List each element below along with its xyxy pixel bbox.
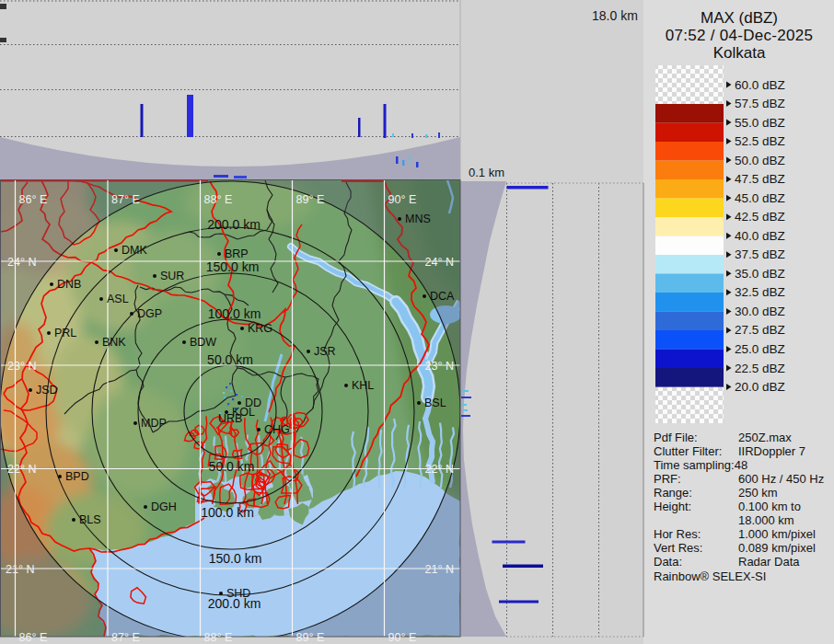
svg-text:21° N: 21° N <box>425 563 454 576</box>
svg-text:30.0 dBZ: 30.0 dBZ <box>735 305 785 318</box>
svg-text:IIRDoppler 7: IIRDoppler 7 <box>738 444 805 458</box>
svg-text:88° E: 88° E <box>204 193 233 206</box>
svg-text:100.0 km: 100.0 km <box>208 306 261 321</box>
svg-text:87° E: 87° E <box>111 631 140 644</box>
svg-text:BLS: BLS <box>79 513 101 526</box>
svg-text:0.100 km to: 0.100 km to <box>738 500 801 513</box>
svg-text:21° N: 21° N <box>6 563 34 576</box>
svg-text:CHG: CHG <box>264 423 290 436</box>
svg-text:Kolkata: Kolkata <box>713 44 766 62</box>
svg-text:60.0 dBZ: 60.0 dBZ <box>735 78 785 92</box>
svg-text:55.0 dBZ: 55.0 dBZ <box>735 116 785 130</box>
svg-text:Vert Res:: Vert Res: <box>654 541 702 555</box>
svg-text:57.5 dBZ: 57.5 dBZ <box>735 97 785 110</box>
svg-text:100.0 km: 100.0 km <box>201 505 254 520</box>
svg-text:23° N: 23° N <box>425 360 454 373</box>
svg-text:600 Hz / 450 Hz: 600 Hz / 450 Hz <box>738 472 824 486</box>
svg-text:Clutter Filter:: Clutter Filter: <box>654 444 722 458</box>
svg-text:JSD: JSD <box>36 384 58 397</box>
svg-text:88° E: 88° E <box>204 631 233 644</box>
svg-text:37.5 dBZ: 37.5 dBZ <box>735 247 785 261</box>
svg-text:50.0 dBZ: 50.0 dBZ <box>735 154 785 167</box>
svg-text:Radar Data: Radar Data <box>738 555 800 569</box>
svg-text:DGH: DGH <box>151 500 177 513</box>
svg-text:SUR: SUR <box>160 270 184 282</box>
svg-text:42.5 dBZ: 42.5 dBZ <box>735 210 785 224</box>
svg-text:Height:: Height: <box>654 500 691 513</box>
svg-text:90° E: 90° E <box>388 193 417 206</box>
svg-text:18.0 km: 18.0 km <box>592 8 638 23</box>
svg-text:PRF:: PRF: <box>654 472 681 486</box>
svg-text:BSL: BSL <box>424 397 446 409</box>
svg-text:24° N: 24° N <box>425 256 454 269</box>
svg-text:Rainbow® SELEX-SI: Rainbow® SELEX-SI <box>654 569 766 583</box>
svg-text:45.0 dBZ: 45.0 dBZ <box>735 191 785 205</box>
svg-text:20.0 dBZ: 20.0 dBZ <box>735 380 785 394</box>
svg-text:86° E: 86° E <box>19 193 48 206</box>
svg-text:Range:: Range: <box>654 486 692 500</box>
svg-text:40.0 dBZ: 40.0 dBZ <box>735 229 785 243</box>
svg-text:BRP: BRP <box>225 247 249 260</box>
svg-text:52.5 dBZ: 52.5 dBZ <box>735 134 785 148</box>
svg-text:MDP: MDP <box>141 417 167 430</box>
svg-text:150.0 km: 150.0 km <box>209 551 262 566</box>
svg-text:23° N: 23° N <box>7 360 36 373</box>
svg-text:25.0 dBZ: 25.0 dBZ <box>735 342 785 356</box>
svg-text:MAX (dBZ): MAX (dBZ) <box>701 9 778 27</box>
svg-text:22° N: 22° N <box>425 463 454 476</box>
svg-text:200.0 km: 200.0 km <box>207 217 261 232</box>
svg-text:KHL: KHL <box>352 379 374 392</box>
svg-text:ASL: ASL <box>107 293 129 305</box>
svg-text:250 km: 250 km <box>738 486 778 500</box>
svg-text:BDW: BDW <box>190 336 216 349</box>
svg-text:Hor Res:: Hor Res: <box>654 527 701 541</box>
svg-text:24° N: 24° N <box>7 256 36 269</box>
svg-text:35.0 dBZ: 35.0 dBZ <box>735 267 785 281</box>
svg-text:Pdf File:: Pdf File: <box>654 431 698 444</box>
svg-text:50.0 km: 50.0 km <box>207 352 253 367</box>
svg-text:1.000 km/pixel: 1.000 km/pixel <box>738 527 816 541</box>
svg-text:DMK: DMK <box>122 244 147 257</box>
svg-text:Data:: Data: <box>654 555 682 569</box>
svg-text:47.5 dBZ: 47.5 dBZ <box>735 172 785 186</box>
svg-text:87° E: 87° E <box>111 193 140 206</box>
svg-text:DGP: DGP <box>137 307 162 320</box>
svg-text:DCA: DCA <box>430 290 455 303</box>
svg-text:32.5 dBZ: 32.5 dBZ <box>735 285 785 299</box>
svg-text:BPD: BPD <box>65 470 89 483</box>
svg-text:DNB: DNB <box>57 278 81 291</box>
svg-text:URB: URB <box>218 412 242 425</box>
svg-text:18.000 km: 18.000 km <box>738 513 794 527</box>
svg-text:PRL: PRL <box>54 327 76 339</box>
svg-text:SHD: SHD <box>226 587 250 600</box>
svg-text:90° E: 90° E <box>388 631 417 644</box>
svg-text:22.5 dBZ: 22.5 dBZ <box>735 362 785 375</box>
svg-text:150.0 km: 150.0 km <box>206 259 260 274</box>
svg-text:Time sampling:48: Time sampling:48 <box>654 458 747 472</box>
svg-text:89° E: 89° E <box>296 193 325 206</box>
svg-text:50.0 km: 50.0 km <box>209 459 255 474</box>
svg-text:0.089 km/pixel: 0.089 km/pixel <box>738 541 816 555</box>
svg-text:86° E: 86° E <box>19 631 48 644</box>
svg-text:27.5 dBZ: 27.5 dBZ <box>735 323 785 337</box>
svg-text:89° E: 89° E <box>296 631 325 644</box>
svg-text:KRG: KRG <box>248 322 272 335</box>
svg-text:MNS: MNS <box>405 213 431 225</box>
svg-text:0.1 km: 0.1 km <box>469 166 504 179</box>
svg-text:22° N: 22° N <box>7 463 36 476</box>
svg-text:JSR: JSR <box>314 345 336 358</box>
svg-text:BNK: BNK <box>102 336 126 349</box>
svg-text:250Z.max: 250Z.max <box>738 431 792 444</box>
svg-text:07:52 / 04-Dec-2025: 07:52 / 04-Dec-2025 <box>666 27 814 44</box>
